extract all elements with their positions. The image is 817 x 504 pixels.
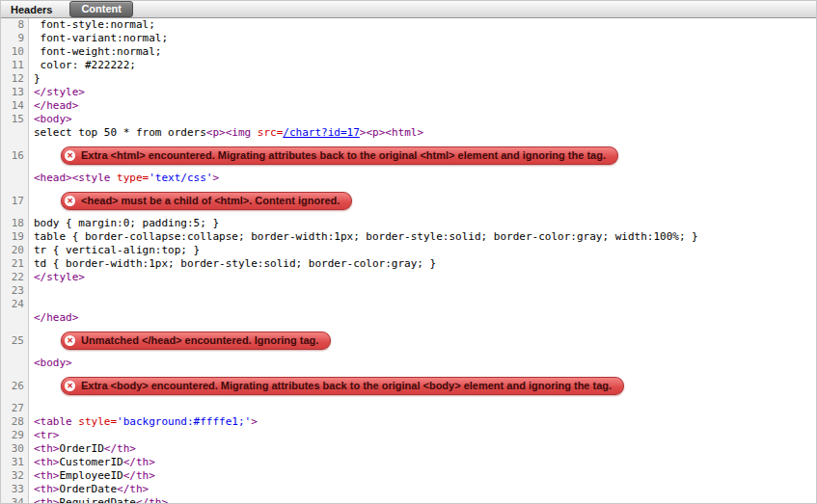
code-row: 34<th>RequiredDate</th>	[1, 496, 816, 503]
line-number: 17	[1, 192, 29, 210]
code-token: <tr>	[34, 429, 60, 441]
code-token: <p>	[206, 126, 226, 139]
code-line: </head>	[29, 99, 816, 113]
line-number: 21	[1, 257, 29, 271]
content-inspector: Headers Content 8 font-style:normal;9 fo…	[0, 0, 817, 504]
line-number: 33	[1, 483, 29, 496]
tab-bar: Headers Content	[1, 1, 816, 18]
code-token: select top 50 * from orders	[34, 126, 206, 139]
code-row: 27	[1, 402, 816, 415]
code-line: <head><style type='text/css'>	[29, 172, 816, 185]
line-number: 20	[1, 244, 29, 257]
code-token: body { margin:0; padding:5; }	[34, 217, 219, 229]
code-line: font-variant:normal;	[29, 32, 816, 45]
code-row: 23	[1, 284, 816, 298]
code-token: color: #222222;	[34, 59, 136, 71]
code-token: <th>	[34, 442, 60, 455]
code-row: 29<tr>	[1, 429, 816, 442]
code-token: tr { vertical-align:top; }	[34, 244, 200, 256]
code-token: </head>	[34, 99, 78, 112]
line-number: 8	[1, 18, 29, 32]
code-row: 9 font-variant:normal;	[1, 32, 816, 45]
code-token: 'background:#ffffe1;'	[117, 415, 251, 428]
code-row: 13</style>	[1, 86, 816, 99]
code-row: </head>	[1, 311, 816, 325]
code-token: src=	[258, 126, 284, 139]
code-token: </style>	[34, 86, 85, 98]
code-token: <img	[226, 126, 258, 139]
tab-content[interactable]: Content	[69, 1, 133, 17]
code-token: type=	[117, 172, 149, 184]
code-token: table { border-collapse:collapse; border…	[34, 230, 698, 243]
code-line: <th>EmployeeID</th>	[29, 469, 816, 483]
code-line: <body>	[29, 357, 816, 370]
line-number: 16	[1, 146, 29, 165]
line-number	[1, 172, 29, 185]
code-line: color: #222222;	[29, 59, 816, 72]
code-row: 25✕Unmatched </head> encountered. Ignori…	[1, 325, 816, 357]
code-token: td { border-width:1px; border-style:soli…	[34, 257, 436, 270]
code-row: 21td { border-width:1px; border-style:so…	[1, 257, 816, 271]
code-line: select top 50 * from orders<p><img src=/…	[29, 126, 816, 140]
line-number: 27	[1, 402, 29, 415]
code-token: </style>	[34, 271, 85, 283]
code-token: </head>	[34, 311, 78, 324]
code-line: tr { vertical-align:top; }	[29, 244, 816, 257]
error-text: Extra <body> encountered. Migrating attr…	[81, 379, 612, 392]
code-line: font-weight:normal;	[29, 45, 816, 59]
code-token: font-variant:normal;	[34, 32, 168, 44]
line-number: 12	[1, 72, 29, 86]
code-token: CustomerID	[60, 456, 123, 468]
code-line: <table style='background:#ffffe1;'>	[29, 415, 816, 429]
code-line: body { margin:0; padding:5; }	[29, 217, 816, 230]
code-token: <body>	[34, 113, 72, 125]
code-line	[29, 298, 816, 311]
code-row: 15<body>	[1, 113, 816, 126]
code-line	[29, 402, 816, 415]
code-token: <body>	[34, 357, 72, 369]
code-line: </style>	[29, 86, 816, 99]
code-line	[29, 284, 816, 298]
code-token: </th>	[123, 456, 155, 468]
code-token: <th>	[34, 469, 60, 482]
code-row: 19table { border-collapse:collapse; bord…	[1, 230, 816, 244]
code-token: EmployeeID	[60, 469, 123, 482]
tab-headers[interactable]: Headers	[9, 4, 54, 15]
error-pill: ✕Extra <html> encountered. Migrating att…	[61, 146, 618, 165]
code-line: <body>	[29, 113, 816, 126]
code-row: 28<table style='background:#ffffe1;'>	[1, 415, 816, 429]
error-text: Extra <html> encountered. Migrating attr…	[81, 148, 606, 162]
line-number	[1, 311, 29, 325]
code-line: </style>	[29, 271, 816, 284]
code-rows: 8 font-style:normal;9 font-variant:norma…	[1, 18, 816, 503]
line-number: 11	[1, 59, 29, 72]
error-x-icon: ✕	[65, 150, 75, 161]
line-number: 23	[1, 284, 29, 298]
line-number: 24	[1, 298, 29, 311]
code-token: OrderDate	[60, 483, 118, 495]
code-row: 26✕Extra <body> encountered. Migrating a…	[1, 370, 816, 402]
code-row: 33<th>OrderDate</th>	[1, 483, 816, 496]
code-row: 24	[1, 298, 816, 311]
line-number: 18	[1, 217, 29, 230]
code-token: <th>	[34, 483, 60, 495]
chart-link[interactable]: /chart?id=17	[283, 126, 359, 139]
code-row: 22</style>	[1, 271, 816, 284]
code-row: select top 50 * from orders<p><img src=/…	[1, 126, 816, 140]
code-line: </head>	[29, 311, 816, 325]
code-row: 11 color: #222222;	[1, 59, 816, 72]
line-number: 30	[1, 442, 29, 456]
code-token: <head>	[34, 172, 72, 184]
code-row: <body>	[1, 357, 816, 370]
code-line: <th>OrderDate</th>	[29, 483, 816, 496]
code-token: <style	[72, 172, 117, 184]
code-token: }	[34, 72, 41, 85]
code-row: 8 font-style:normal;	[1, 18, 816, 32]
code-row: 16✕Extra <html> encountered. Migrating a…	[1, 140, 816, 172]
code-token: OrderID	[60, 442, 104, 455]
error-x-icon: ✕	[65, 196, 75, 206]
code-row: 31<th>CustomerID</th>	[1, 456, 816, 469]
code-row: 20tr { vertical-align:top; }	[1, 244, 816, 257]
line-number: 22	[1, 271, 29, 284]
code-row: 17✕<head> must be a child of <html>. Con…	[1, 185, 816, 217]
